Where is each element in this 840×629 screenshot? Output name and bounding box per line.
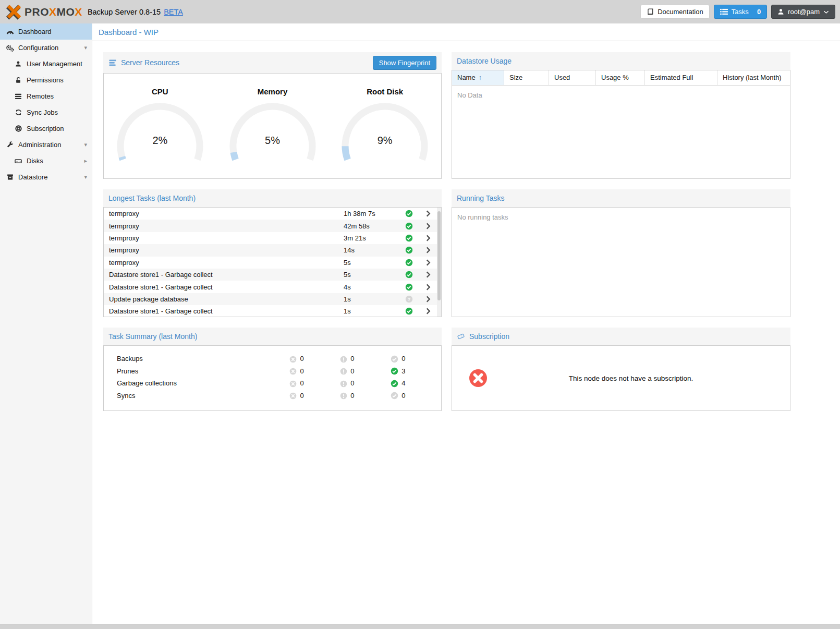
gauge-value: 5% [223, 135, 322, 147]
panel-title: Subscription [469, 332, 509, 341]
error-count-icon [289, 391, 297, 400]
open-task-button[interactable] [419, 210, 437, 217]
task-summary-panel: Task Summary (last Month) Backups000Prun… [103, 328, 442, 411]
task-name: termproxy [109, 210, 344, 217]
gauge-cpu: CPU2% [104, 74, 216, 178]
scrollbar-thumb[interactable] [437, 211, 441, 300]
page-title-bar: Dashboard - WIP [92, 23, 840, 41]
summary-row-prunes: Prunes003 [104, 365, 441, 378]
no-data-text: No Data [452, 86, 790, 105]
column-header-estimated-full[interactable]: Estimated Full [645, 70, 717, 85]
error-count: 0 [300, 379, 303, 387]
sidebar-item-datastore[interactable]: Datastore▾ [0, 169, 92, 185]
task-status-ok-icon [398, 246, 419, 254]
book-icon [647, 8, 654, 16]
chevron-right-icon[interactable]: ▸ [84, 158, 87, 164]
gears-icon [5, 44, 15, 52]
warning-count: 0 [350, 379, 354, 387]
chevron-down-icon[interactable]: ▾ [84, 141, 87, 148]
gauge-label: Root Disk [328, 87, 441, 96]
task-name: termproxy [109, 222, 344, 230]
column-header-size[interactable]: Size [504, 70, 549, 85]
disk-icon [14, 158, 23, 164]
sidebar-item-remotes[interactable]: Remotes [0, 88, 92, 104]
column-header-used[interactable]: Used [549, 70, 596, 85]
open-task-button[interactable] [419, 296, 437, 303]
tasks-count-badge: 0 [757, 8, 761, 16]
warning-count: 0 [350, 392, 354, 400]
ok-count-icon [391, 355, 398, 363]
column-header-history-last-month[interactable]: History (last Month) [717, 70, 790, 85]
gauge-arc [335, 102, 434, 165]
sidebar-item-user-management[interactable]: User Management [0, 56, 92, 72]
running-tasks-panel: Running Tasks No running tasks [452, 189, 790, 317]
dashboard-icon [5, 28, 15, 35]
sidebar-item-disks[interactable]: Disks▸ [0, 153, 92, 169]
sidebar-item-permissions[interactable]: Permissions [0, 72, 92, 88]
gauge-label: CPU [104, 87, 216, 96]
warning-count-icon [340, 391, 347, 400]
open-task-button[interactable] [419, 284, 437, 291]
sidebar-item-administration[interactable]: Administration▾ [0, 137, 92, 153]
user-icon [14, 61, 23, 67]
gauge-value: 2% [111, 135, 210, 147]
panel-title: Longest Tasks (last Month) [108, 194, 196, 202]
task-duration: 5s [344, 259, 398, 267]
vertical-scrollbar[interactable] [437, 208, 441, 317]
column-header-usage[interactable]: Usage % [596, 70, 645, 85]
no-subscription-icon [469, 369, 488, 388]
sidebar-item-configuration[interactable]: Configuration▾ [0, 40, 92, 56]
task-status-ok-icon [398, 271, 419, 279]
ok-count: 0 [401, 392, 405, 400]
subscription-panel: Subscription This node does not have a s… [452, 328, 790, 411]
column-header-name[interactable]: Name↑ [452, 70, 504, 85]
error-count-icon [289, 355, 297, 363]
panel-title: Running Tasks [457, 194, 505, 202]
task-list-icon [720, 8, 728, 15]
tasks-button[interactable]: Tasks 0 [714, 5, 767, 19]
task-status-ok-icon [398, 307, 419, 315]
datastore-icon [5, 174, 15, 180]
beta-link[interactable]: BETA [164, 8, 183, 16]
sidebar-item-dashboard[interactable]: Dashboard [0, 23, 92, 40]
warning-count: 0 [350, 355, 354, 362]
server-resources-panel: Server Resources Show Fingerprint CPU2%M… [103, 52, 442, 179]
chevron-down-icon[interactable]: ▾ [84, 44, 87, 51]
sidebar-item-sync-jobs[interactable]: Sync Jobs [0, 104, 92, 120]
open-task-button[interactable] [419, 247, 437, 253]
chevron-down-icon[interactable]: ▾ [84, 174, 87, 180]
show-fingerprint-button[interactable]: Show Fingerprint [373, 56, 436, 70]
task-duration: 5s [344, 271, 398, 279]
user-menu-button[interactable]: root@pam [771, 5, 835, 19]
gauge-root-disk: Root Disk9% [328, 74, 441, 178]
task-row: termproxy42m 58s [104, 220, 437, 232]
gauge-arc [111, 102, 210, 165]
proxmox-wordmark: PROXMOX [25, 6, 82, 18]
gauge-label: Memory [216, 87, 329, 96]
main-area: Dashboard - WIP Server Resources [92, 23, 840, 624]
task-name: Datastore store1 - Garbage collect [109, 283, 344, 291]
horizontal-scrollbar[interactable] [0, 624, 840, 629]
open-task-button[interactable] [419, 271, 437, 278]
documentation-button[interactable]: Documentation [640, 5, 709, 19]
page-title: Dashboard - WIP [99, 28, 159, 37]
warning-count-icon [340, 367, 347, 375]
sidebar-item-subscription[interactable]: Subscription [0, 120, 92, 137]
task-status-ok-icon [398, 283, 419, 291]
open-task-button[interactable] [419, 308, 437, 314]
panel-title: Server Resources [121, 58, 179, 67]
task-duration: 14s [344, 246, 398, 254]
task-duration: 4s [344, 283, 398, 291]
error-count-icon [289, 367, 297, 375]
open-task-button[interactable] [419, 259, 437, 266]
task-duration: 1s [344, 295, 398, 303]
task-row: Datastore store1 - Garbage collect5s [104, 269, 437, 281]
ok-count-icon [391, 367, 398, 375]
open-task-button[interactable] [419, 223, 437, 229]
panel-title: Datastore Usage [457, 57, 512, 65]
task-duration: 1h 38m 7s [344, 210, 398, 217]
datastore-usage-panel: Datastore Usage Name↑SizeUsedUsage %Esti… [452, 52, 790, 179]
summary-label: Syncs [117, 392, 289, 400]
open-task-button[interactable] [419, 235, 437, 241]
summary-label: Prunes [117, 367, 289, 375]
